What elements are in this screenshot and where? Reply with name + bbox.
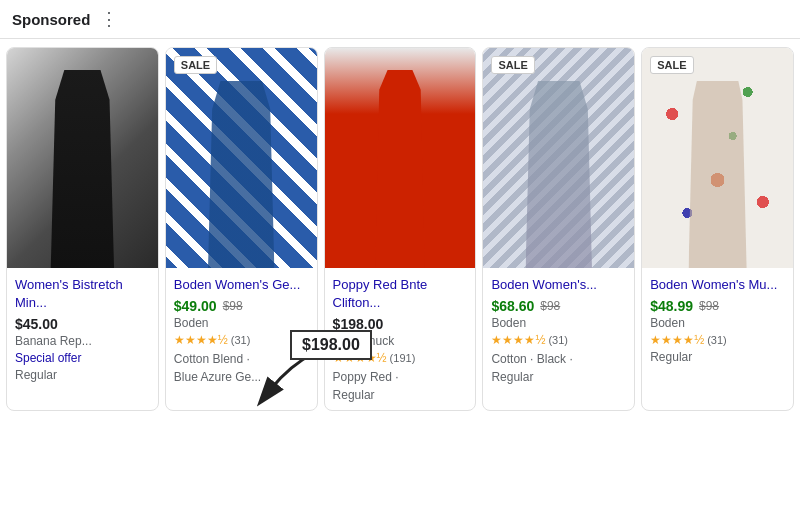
store-name: Boden: [491, 316, 626, 330]
product-card-2[interactable]: SALEBoden Women's Ge...$49.00$98Boden★★★…: [165, 47, 318, 411]
product-title[interactable]: Boden Women's Mu...: [650, 276, 785, 294]
star-rating: ★★★★½: [333, 351, 387, 365]
product-image-3: [325, 48, 476, 268]
review-count: (31): [231, 334, 251, 346]
star-rating: ★★★★½: [174, 333, 228, 347]
price-current: $68.60: [491, 298, 534, 314]
product-image-2: SALE: [166, 48, 317, 268]
price-original: $98: [699, 299, 719, 313]
product-meta: Poppy Red ·Regular: [333, 368, 468, 404]
review-count: (31): [548, 334, 568, 346]
product-card-4[interactable]: SALEBoden Women's...$68.60$98Boden★★★★½(…: [482, 47, 635, 411]
special-offer[interactable]: Special offer: [15, 351, 150, 365]
price-original: $98: [540, 299, 560, 313]
product-image-4: SALE: [483, 48, 634, 268]
product-card-3[interactable]: Poppy Red Bnte Clifton...$198.00Tuckernu…: [324, 47, 477, 411]
sale-badge: SALE: [174, 56, 217, 74]
price-current: $45.00: [15, 316, 58, 332]
product-info-4: Boden Women's...$68.60$98Boden★★★★½(31)C…: [483, 268, 634, 392]
price-current: $198.00: [333, 316, 384, 332]
price-original: $98: [223, 299, 243, 313]
product-info-5: Boden Women's Mu...$48.99$98Boden★★★★½(3…: [642, 268, 793, 370]
sale-badge: SALE: [491, 56, 534, 74]
price-row: $68.60$98: [491, 298, 626, 314]
header: Sponsored ⋮: [0, 0, 800, 39]
store-name: Tuckernuck: [333, 334, 468, 348]
price-row: $48.99$98: [650, 298, 785, 314]
sale-badge: SALE: [650, 56, 693, 74]
size-label: Regular: [650, 350, 785, 364]
menu-icon[interactable]: ⋮: [100, 8, 119, 30]
review-count: (191): [390, 352, 416, 364]
product-title[interactable]: Boden Women's Ge...: [174, 276, 309, 294]
price-current: $49.00: [174, 298, 217, 314]
review-count: (31): [707, 334, 727, 346]
product-info-3: Poppy Red Bnte Clifton...$198.00Tuckernu…: [325, 268, 476, 410]
product-title[interactable]: Boden Women's...: [491, 276, 626, 294]
size-label: Regular: [15, 368, 150, 382]
price-row: $45.00: [15, 316, 150, 332]
product-card-1[interactable]: Women's Bistretch Min...$45.00Banana Rep…: [6, 47, 159, 411]
stars-row: ★★★★½(31): [650, 333, 785, 347]
price-current: $48.99: [650, 298, 693, 314]
price-row: $49.00$98: [174, 298, 309, 314]
store-name: Boden: [650, 316, 785, 330]
stars-row: ★★★★½(191): [333, 351, 468, 365]
price-row: $198.00: [333, 316, 468, 332]
product-info-1: Women's Bistretch Min...$45.00Banana Rep…: [7, 268, 158, 388]
product-title[interactable]: Poppy Red Bnte Clifton...: [333, 276, 468, 312]
product-title[interactable]: Women's Bistretch Min...: [15, 276, 150, 312]
star-rating: ★★★★½: [491, 333, 545, 347]
stars-row: ★★★★½(31): [174, 333, 309, 347]
product-info-2: Boden Women's Ge...$49.00$98Boden★★★★½(3…: [166, 268, 317, 392]
product-image-5: SALE: [642, 48, 793, 268]
product-card-5[interactable]: SALEBoden Women's Mu...$48.99$98Boden★★★…: [641, 47, 794, 411]
product-meta: Cotton · Black ·Regular: [491, 350, 626, 386]
store-name: Banana Rep...: [15, 334, 150, 348]
product-meta: Cotton Blend ·Blue Azure Ge...: [174, 350, 309, 386]
products-list: Women's Bistretch Min...$45.00Banana Rep…: [0, 39, 800, 419]
stars-row: ★★★★½(31): [491, 333, 626, 347]
store-name: Boden: [174, 316, 309, 330]
star-rating: ★★★★½: [650, 333, 704, 347]
sponsored-label: Sponsored: [12, 11, 90, 28]
sponsored-section: Sponsored ⋮ Women's Bistretch Min...$45.…: [0, 0, 800, 419]
product-image-1: [7, 48, 158, 268]
